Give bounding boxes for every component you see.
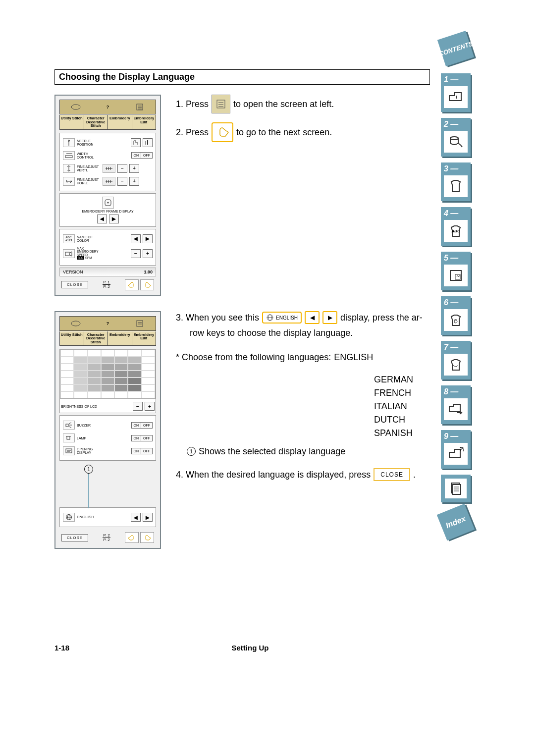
settings-screen-page1: ? Utility Stitch Character Decorative St… (54, 95, 161, 296)
note1-text: Shows the selected display language (199, 445, 345, 458)
needle-right-btn[interactable] (143, 138, 153, 147)
needle-position-label: NEEDLE POSITION (77, 139, 101, 146)
buzzer-icon (63, 421, 75, 430)
version-value: 1.00 (144, 270, 153, 274)
chapter-tab-8[interactable]: 8 — (441, 385, 471, 424)
sewing-machine-icon (444, 86, 468, 108)
fine-horz-minus[interactable]: − (117, 177, 127, 186)
callout-line (88, 474, 89, 508)
lamp-label: LAMP (77, 436, 101, 440)
tab-char-deco[interactable]: Character Decorative Stitch (84, 331, 108, 346)
document-stack-icon (445, 479, 467, 498)
help-icon: ? (92, 100, 123, 114)
brightness-minus[interactable]: − (133, 402, 143, 411)
next-page-icon[interactable] (140, 532, 154, 543)
name-color-left[interactable]: ◀ (131, 234, 141, 243)
needle-icon (63, 138, 75, 147)
fine-vert-display (103, 164, 115, 173)
max-speed-plus[interactable]: + (143, 249, 153, 258)
svg-rect-22 (217, 100, 225, 108)
step2-post: to go to the next screen. (236, 126, 332, 139)
tab-char-deco[interactable]: Character Decorative Stitch (84, 115, 108, 129)
tab-embroidery-edit[interactable]: Embroidery Edit (132, 331, 156, 346)
svg-point-0 (71, 105, 80, 109)
max-speed-minus[interactable]: − (131, 249, 141, 258)
fine-vert-minus[interactable]: − (117, 164, 127, 173)
chapter-tab-1[interactable]: 1 — (441, 73, 471, 112)
chapter-tab-6[interactable]: 6 — (441, 296, 471, 335)
lamp-onoff[interactable]: ONOFF (131, 435, 153, 441)
chapter-name: Setting Up (232, 644, 269, 652)
emb-frame-label: EMBROIDERY FRAME DISPLAY (62, 210, 154, 213)
appendix-tab[interactable] (441, 475, 471, 502)
close-button[interactable]: CLOSE (61, 534, 88, 541)
svg-line-32 (66, 436, 67, 437)
step2-pre: 2. Press (176, 126, 209, 139)
needle-left-btn[interactable] (131, 138, 141, 147)
step3-post-a: display, press the ar- (340, 311, 423, 324)
prev-page-icon[interactable] (125, 532, 139, 543)
arrow-left-icon: ◀ (305, 311, 320, 324)
chapter-tab-4[interactable]: 4 — ABC (441, 207, 471, 246)
fine-horz-icon (63, 177, 75, 186)
close-button[interactable]: CLOSE (61, 281, 88, 288)
index-tab[interactable]: Index (437, 504, 475, 540)
svg-rect-30 (66, 424, 68, 427)
svg-rect-27 (137, 321, 143, 326)
svg-rect-34 (66, 449, 72, 453)
contents-tab[interactable]: CONTENTS (437, 31, 474, 66)
language-selector-inline: ENGLISH (262, 312, 302, 324)
next-page-icon[interactable] (140, 279, 154, 290)
opening-icon (63, 446, 75, 455)
lamp-icon (63, 433, 75, 442)
settings-button-icon (212, 95, 230, 113)
thread-spool-icon (444, 131, 468, 153)
chapter-tab-3[interactable]: 3 — (441, 162, 471, 201)
chapter-tab-5[interactable]: 5 — (441, 252, 471, 290)
buzzer-onoff[interactable]: ONOFF (131, 422, 153, 429)
tab-utility[interactable]: Utility Stitch (60, 331, 84, 346)
emb-frame-right[interactable]: ▶ (109, 215, 119, 223)
settings-icon (124, 100, 156, 114)
opening-onoff[interactable]: ONOFF (131, 448, 153, 454)
emb-frame-left[interactable]: ◀ (97, 215, 107, 223)
svg-rect-52 (453, 485, 461, 494)
globe-icon (63, 513, 75, 522)
name-color-label: NAME OF COLOR (77, 235, 101, 242)
fine-horz-label: FINE ADJUST HORIZ. (77, 178, 101, 185)
next-page-hand-icon (212, 122, 233, 142)
settings-icon (124, 317, 156, 330)
globe-icon (266, 314, 274, 322)
tab-utility[interactable]: Utility Stitch (60, 115, 84, 129)
opening-label: OPENING DISPLAY (77, 447, 101, 454)
fine-horz-plus[interactable]: + (129, 177, 139, 186)
name-color-right[interactable]: ▶ (143, 234, 153, 243)
tab-embroidery[interactable]: Embroidery (108, 115, 132, 129)
buzzer-label: BUZZER (77, 424, 101, 427)
chapter-tab-2[interactable]: 2 — (441, 118, 471, 157)
chapter-tab-7[interactable]: 7 — (441, 341, 471, 379)
embroidery-frame-icon (102, 197, 114, 209)
prev-page-icon[interactable] (125, 279, 139, 290)
embroidered-shirt-icon (444, 354, 468, 376)
step4-post: . (413, 468, 416, 482)
note1-num: 1 (187, 447, 196, 456)
lang-left[interactable]: ◀ (131, 513, 141, 522)
mode-tabs: Utility Stitch Character Decorative Stit… (59, 115, 156, 130)
floral-shirt-icon (444, 309, 468, 331)
svg-rect-31 (67, 436, 70, 439)
width-onoff[interactable]: ONOFF (131, 152, 153, 159)
lang-right[interactable]: ▶ (143, 513, 153, 522)
section-title: Choosing the Display Language (54, 69, 430, 85)
embroidery-disk-icon (444, 265, 468, 286)
shirt-icon (444, 175, 468, 197)
chapter-tab-9[interactable]: 9 — ?! (441, 430, 471, 469)
machine-question-icon: ?! (444, 443, 468, 465)
brightness-plus[interactable]: + (145, 402, 155, 411)
fine-vert-plus[interactable]: + (129, 164, 139, 173)
svg-rect-21 (65, 252, 69, 256)
svg-point-48 (454, 320, 457, 323)
tab-embroidery-edit[interactable]: Embroidery Edit (132, 115, 156, 129)
tab-embroidery[interactable]: Embroidery (108, 331, 132, 346)
fine-horz-display (103, 177, 115, 186)
